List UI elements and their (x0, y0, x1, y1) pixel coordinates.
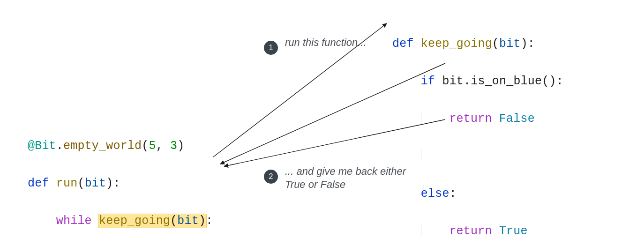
while-keyword: while (56, 214, 99, 228)
code-block-right: def keep_going(bit): if bit.is_on_blue()… (392, 16, 563, 246)
code-line-decorator: @Bit.empty_world(5, 3) (28, 137, 213, 156)
true-literal: True (499, 224, 528, 238)
def-keyword: def (392, 37, 421, 51)
return-keyword: return (449, 112, 499, 126)
parens: () (542, 75, 556, 88)
close-paren: ) (177, 139, 184, 153)
code-line-def: def run(bit): (28, 174, 213, 193)
code-line-return-true: return True (392, 222, 563, 241)
dot: . (464, 75, 471, 88)
close-paren-colon: ): (106, 177, 120, 190)
code-line-blank (392, 147, 563, 166)
code-line-else: else: (392, 185, 563, 203)
function-name: keep_going (421, 37, 492, 51)
open-paren: ( (170, 214, 177, 228)
code-line-return-false: return False (392, 110, 563, 128)
open-paren: ( (77, 177, 84, 190)
decorator-object: Bit (35, 139, 56, 153)
call-arg: bit (177, 214, 199, 228)
call-name: keep_going (99, 214, 170, 228)
close-paren-colon: ): (521, 37, 535, 51)
cond-method: is_on_blue (471, 75, 542, 88)
code-line-while: while keep_going(bit): (28, 212, 213, 231)
param: bit (85, 177, 106, 190)
if-keyword: if (421, 75, 442, 88)
colon: : (449, 187, 457, 201)
step-badge-1: 1 (264, 41, 278, 55)
false-literal: False (499, 112, 535, 126)
dot: . (56, 139, 63, 153)
colon: : (206, 214, 213, 228)
return-keyword: return (449, 224, 499, 238)
open-paren: ( (142, 139, 149, 153)
param: bit (499, 37, 521, 51)
indent-guide-icon (421, 149, 421, 161)
close-paren: ) (199, 214, 206, 228)
def-keyword: def (28, 177, 56, 190)
step-caption-2: ... and give me back either True or Fals… (285, 165, 407, 191)
decorator-fn: empty_world (63, 139, 142, 153)
colon: : (556, 75, 563, 88)
badge-number: 2 (269, 172, 273, 181)
highlighted-call: keep_going(bit) (98, 214, 207, 228)
cond-obj: bit (442, 75, 464, 88)
code-block-left: @Bit.empty_world(5, 3) def run(bit): whi… (28, 118, 213, 246)
code-line-def: def keep_going(bit): (392, 35, 563, 53)
code-line-if: if bit.is_on_blue(): (392, 72, 563, 91)
arg-2: 3 (170, 139, 177, 153)
function-name: run (56, 177, 78, 190)
comma: , (156, 139, 170, 153)
decorator-at: @ (28, 139, 35, 153)
else-keyword: else (421, 187, 449, 201)
step-badge-2: 2 (264, 170, 278, 184)
arg-1: 5 (149, 139, 156, 153)
indent-guide-icon (421, 112, 421, 124)
step-caption-1: run this function... (285, 36, 379, 49)
badge-number: 1 (269, 44, 273, 52)
open-paren: ( (492, 37, 499, 51)
indent-guide-icon (421, 224, 421, 236)
